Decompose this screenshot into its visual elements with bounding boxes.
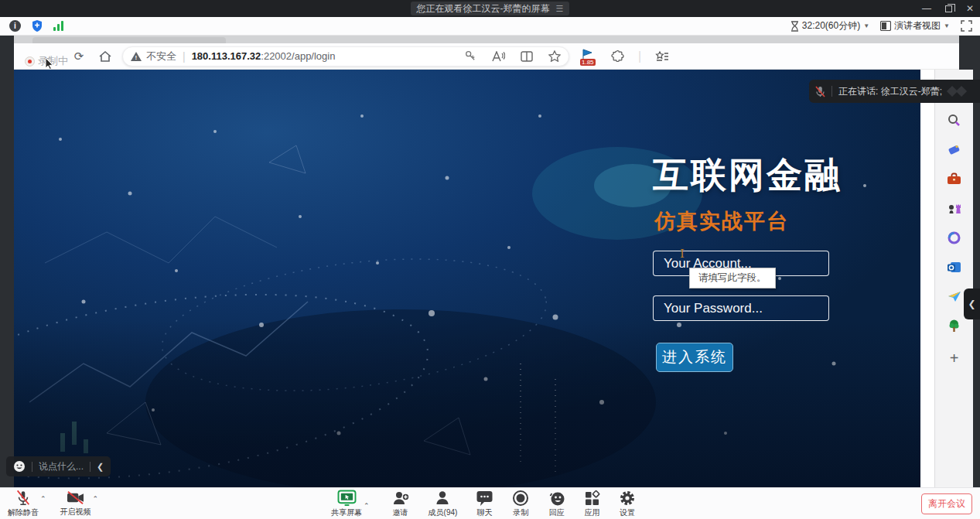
leave-meeting-button[interactable]: 离开会议	[921, 493, 972, 514]
games-icon[interactable]	[935, 193, 974, 223]
url-text[interactable]: 180.113.167.32:22002/app/login	[192, 50, 336, 62]
settings-gear-icon	[619, 490, 636, 507]
page-title: 互联网金融	[653, 152, 842, 200]
not-secure-warning-icon[interactable]: !	[131, 52, 142, 61]
not-secure-label: 不安全	[146, 50, 176, 63]
chat-button[interactable]: 聊天	[476, 488, 493, 519]
chat-input-placeholder[interactable]: 说点什么...	[39, 460, 84, 473]
password-input[interactable]	[653, 295, 829, 321]
outlook-icon[interactable]	[935, 252, 974, 282]
text-cursor-icon	[680, 247, 687, 258]
start-video-button[interactable]: 开启视频	[60, 488, 91, 519]
browser-tabstrip[interactable]	[14, 36, 959, 43]
video-options-chevron[interactable]: ⌃	[93, 495, 99, 503]
security-shield-icon[interactable]	[31, 19, 43, 32]
record-button[interactable]: 录制	[512, 488, 529, 519]
browser-tab[interactable]	[32, 37, 226, 43]
reaction-emoji-icon	[548, 490, 565, 507]
mic-options-chevron[interactable]: ⌃	[40, 495, 46, 503]
login-page: 互联网金融 仿真实战平台 请填写此字段。 进入系统	[14, 70, 920, 487]
mouse-cursor-icon	[45, 57, 54, 70]
invite-label: 邀请	[393, 507, 408, 518]
camera-off-icon	[66, 490, 85, 506]
brand-logo-icon	[948, 87, 965, 95]
record-icon	[512, 490, 529, 507]
recording-dot-icon	[25, 56, 35, 67]
view-caret-icon: ▼	[944, 22, 950, 29]
toolbox-icon[interactable]	[935, 164, 974, 193]
apps-grid-icon	[584, 490, 600, 507]
refresh-button[interactable]: ⟳	[68, 50, 90, 63]
meeting-top-toolbar: i 32:20(60分钟) ▼ 演讲者视图 ▼	[0, 17, 980, 36]
hourglass-icon	[790, 21, 799, 32]
shopping-tag-icon[interactable]	[935, 135, 974, 164]
speaking-divider	[831, 86, 832, 97]
m365-icon[interactable]	[935, 223, 974, 252]
edge-sidebar: +	[934, 70, 973, 487]
view-mode-text: 演讲者视图	[894, 19, 941, 32]
share-screen-button[interactable]: 共享屏幕	[331, 488, 362, 519]
share-screen-label: 共享屏幕	[331, 507, 362, 518]
muted-mic-icon	[15, 490, 32, 507]
layout-view-icon	[880, 21, 891, 31]
split-screen-icon[interactable]	[521, 51, 533, 62]
password-key-icon[interactable]	[465, 50, 476, 62]
invite-person-icon	[391, 490, 410, 507]
sidebar-add-icon[interactable]: +	[935, 343, 974, 373]
watching-banner-text: 您正在观看徐工汉云-郑蕾的屏幕	[417, 2, 550, 15]
unmute-button[interactable]: 解除静音	[8, 488, 39, 519]
validation-tooltip: 请填写此字段。	[689, 268, 776, 289]
settings-button[interactable]: 设置	[619, 488, 636, 519]
react-label: 回应	[549, 507, 565, 518]
react-button[interactable]: 回应	[548, 488, 565, 519]
extension-badge: 1.85	[580, 59, 596, 66]
read-aloud-icon[interactable]	[492, 51, 505, 62]
members-label: 成员(94)	[429, 507, 458, 518]
panel-collapse-handle[interactable]: ❮	[964, 289, 980, 319]
favorite-star-icon[interactable]	[548, 50, 561, 62]
timer-caret-icon: ▼	[863, 22, 869, 29]
chat-divider	[32, 462, 32, 472]
record-label: 录制	[513, 507, 528, 518]
extensions-menu-icon[interactable]	[611, 50, 624, 63]
invite-button[interactable]: 邀请	[391, 488, 410, 519]
speaking-banner: 正在讲话: 徐工汉云-郑蕾;	[809, 80, 980, 103]
members-icon	[435, 490, 450, 507]
tech-background	[14, 70, 920, 487]
restore-button[interactable]	[945, 5, 952, 12]
network-signal-icon[interactable]	[53, 21, 63, 31]
url-path: :22002/app/login	[261, 50, 335, 62]
home-button[interactable]	[94, 50, 116, 63]
search-icon[interactable]	[935, 105, 974, 135]
login-button[interactable]: 进入系统	[656, 343, 733, 372]
page-subtitle: 仿真实战平台	[654, 207, 789, 235]
minimize-button[interactable]: —	[922, 3, 931, 14]
shared-screen-region: 录制中 ← ⟳ ! 不安全 | 180.113.167.32:22002/app…	[0, 36, 980, 487]
meeting-info-icon[interactable]: i	[9, 20, 21, 32]
address-bar[interactable]: ! 不安全 | 180.113.167.32:22002/app/login	[122, 46, 569, 67]
start-video-label: 开启视频	[60, 507, 91, 517]
browser-window: 录制中 ← ⟳ ! 不安全 | 180.113.167.32:22002/app…	[14, 36, 959, 487]
members-button[interactable]: 成员(94)	[429, 488, 458, 519]
fullscreen-icon[interactable]	[961, 20, 972, 32]
banner-menu-icon[interactable]: ☰	[556, 4, 564, 14]
extension-flag-icon[interactable]: 1.85	[582, 49, 597, 64]
meeting-timer[interactable]: 32:20(60分钟) ▼	[790, 19, 869, 32]
share-options-chevron[interactable]: ⌃	[364, 502, 370, 510]
apps-button[interactable]: 应用	[584, 488, 600, 519]
collections-icon[interactable]	[655, 50, 669, 63]
emoji-smiley-icon[interactable]	[13, 460, 26, 473]
view-mode-selector[interactable]: 演讲者视图 ▼	[880, 19, 950, 32]
timer-text: 32:20(60分钟)	[802, 19, 860, 32]
share-screen-icon	[337, 490, 357, 507]
chat-quick-bar[interactable]: 说点什么... ❮	[6, 456, 111, 476]
watching-banner-pill[interactable]: 您正在观看徐工汉云-郑蕾的屏幕 ☰	[411, 2, 570, 15]
speaking-text: 正在讲话: 徐工汉云-郑蕾;	[838, 85, 942, 98]
close-button[interactable]: ✕	[966, 3, 974, 14]
address-divider: |	[183, 50, 186, 63]
chat-collapse-icon[interactable]: ❮	[97, 462, 104, 472]
meeting-titlebar: 您正在观看徐工汉云-郑蕾的屏幕 ☰ — ✕	[0, 0, 980, 17]
chat-divider2	[90, 462, 90, 472]
apps-label: 应用	[585, 507, 600, 518]
chat-label: 聊天	[477, 507, 493, 518]
